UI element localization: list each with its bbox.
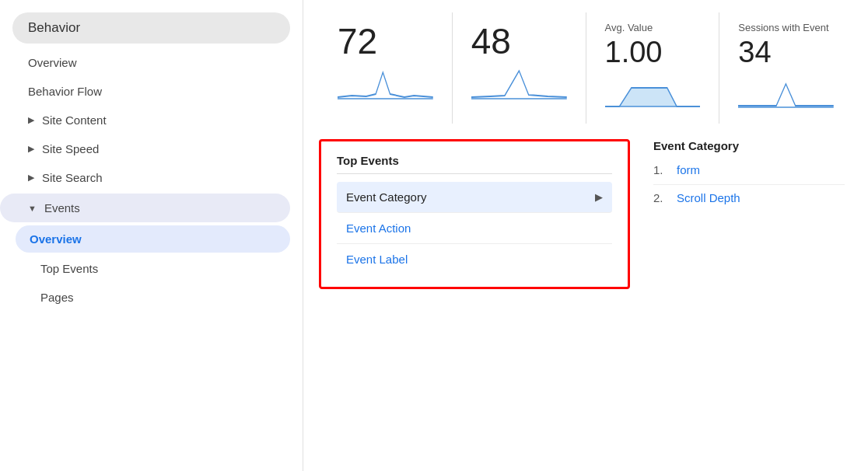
sparkline-sessions-event bbox=[738, 72, 834, 111]
sidebar-item-overview-label: Overview bbox=[28, 56, 77, 69]
sidebar-behavior-label: Behavior bbox=[28, 20, 80, 35]
sidebar-item-behavior-flow-label: Behavior Flow bbox=[28, 85, 102, 98]
divider bbox=[653, 184, 845, 185]
sidebar-item-site-content-label: Site Content bbox=[42, 113, 107, 127]
metric-total-events-value: 72 bbox=[338, 22, 433, 61]
sidebar: Behavior Overview Behavior Flow ▶ Site C… bbox=[0, 0, 303, 471]
arrow-down-icon: ▼ bbox=[28, 204, 37, 213]
event-category-item-1: 1. form bbox=[653, 163, 845, 176]
sidebar-item-top-events-label: Top Events bbox=[40, 262, 98, 275]
metric-unique-events-value: 48 bbox=[471, 22, 567, 61]
metric-unique-events: 48 bbox=[453, 12, 586, 124]
svg-marker-2 bbox=[605, 88, 701, 106]
event-category-rank-1: 1. bbox=[653, 163, 669, 176]
metrics-row: 72 48 Avg. Value 1.00 Sessions with Ev bbox=[319, 12, 852, 124]
metric-sessions-event-label: Sessions with Event bbox=[738, 22, 834, 33]
event-category-label: Event Category bbox=[346, 190, 426, 204]
event-item-event-category[interactable]: Event Category ▶ bbox=[337, 182, 612, 213]
sidebar-item-site-speed-label: Site Speed bbox=[42, 142, 99, 155]
sidebar-item-site-speed[interactable]: ▶ Site Speed bbox=[0, 134, 303, 163]
main-content: 72 48 Avg. Value 1.00 Sessions with Ev bbox=[303, 0, 868, 471]
arrow-icon: ▶ bbox=[28, 115, 34, 125]
sidebar-behavior-header[interactable]: Behavior bbox=[12, 12, 290, 44]
sidebar-item-pages-label: Pages bbox=[40, 291, 74, 304]
event-category-item-2: 2. Scroll Depth bbox=[653, 191, 845, 204]
sparkline-unique-events bbox=[471, 65, 567, 103]
top-events-title: Top Events bbox=[337, 154, 612, 174]
sidebar-item-site-search[interactable]: ▶ Site Search bbox=[0, 163, 303, 192]
metric-sessions-event-value: 34 bbox=[738, 37, 834, 69]
sidebar-item-events-overview[interactable]: Overview bbox=[16, 225, 290, 253]
sparkline-avg-value bbox=[605, 72, 701, 111]
metric-total-events: 72 bbox=[319, 12, 453, 124]
arrow-icon: ▶ bbox=[28, 144, 34, 154]
sidebar-item-site-content[interactable]: ▶ Site Content bbox=[0, 106, 303, 134]
top-events-panel: Top Events Event Category ▶ Event Action… bbox=[319, 139, 630, 289]
bottom-row: Top Events Event Category ▶ Event Action… bbox=[319, 139, 852, 289]
arrow-icon: ▶ bbox=[28, 173, 34, 183]
sidebar-item-pages[interactable]: Pages bbox=[0, 283, 303, 312]
event-action-label: Event Action bbox=[346, 222, 411, 235]
event-category-panel: Event Category 1. form 2. Scroll Depth bbox=[646, 139, 852, 212]
sidebar-item-top-events[interactable]: Top Events bbox=[0, 254, 303, 283]
sidebar-item-behavior-flow[interactable]: Behavior Flow bbox=[0, 77, 303, 106]
event-label-label: Event Label bbox=[346, 253, 408, 266]
metric-avg-value: Avg. Value 1.00 bbox=[586, 12, 720, 124]
metric-avg-value-value: 1.00 bbox=[605, 37, 701, 69]
event-category-rank-2: 2. bbox=[653, 191, 669, 204]
sidebar-item-site-search-label: Site Search bbox=[42, 171, 103, 184]
metric-avg-value-label: Avg. Value bbox=[605, 22, 701, 33]
sidebar-item-overview[interactable]: Overview bbox=[0, 48, 303, 77]
event-category-title: Event Category bbox=[653, 139, 845, 152]
chevron-right-icon: ▶ bbox=[595, 191, 603, 203]
sparkline-total-events bbox=[338, 65, 433, 103]
event-item-event-action[interactable]: Event Action bbox=[337, 213, 612, 244]
sidebar-item-events-label: Events bbox=[44, 201, 80, 215]
event-category-link-form[interactable]: form bbox=[677, 163, 700, 176]
event-category-link-scroll-depth[interactable]: Scroll Depth bbox=[677, 191, 740, 204]
metric-sessions-event: Sessions with Event 34 bbox=[719, 12, 852, 124]
event-item-event-label[interactable]: Event Label bbox=[337, 244, 612, 274]
sidebar-item-events[interactable]: ▼ Events bbox=[0, 194, 290, 222]
sidebar-item-events-overview-label: Overview bbox=[30, 232, 82, 246]
